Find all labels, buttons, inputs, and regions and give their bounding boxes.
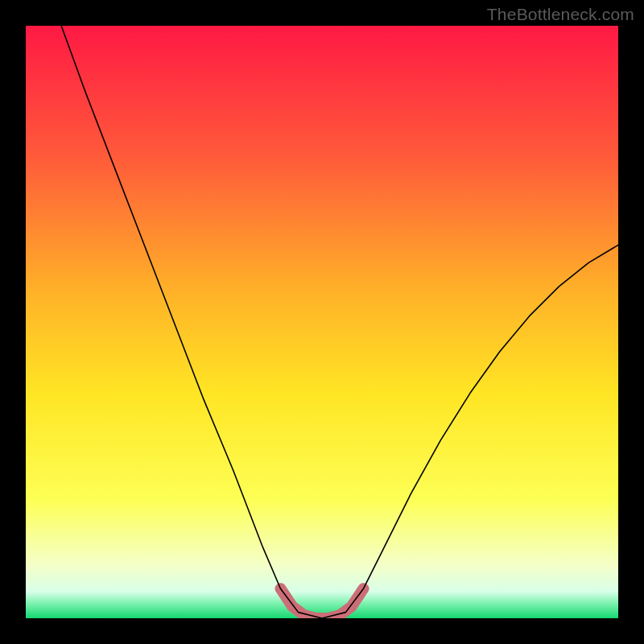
watermark-text: TheBottleneck.com	[487, 5, 634, 24]
chart-svg	[26, 26, 618, 618]
plot-area	[26, 26, 618, 618]
chart-frame: TheBottleneck.com	[0, 0, 644, 644]
gradient-background	[26, 26, 618, 618]
